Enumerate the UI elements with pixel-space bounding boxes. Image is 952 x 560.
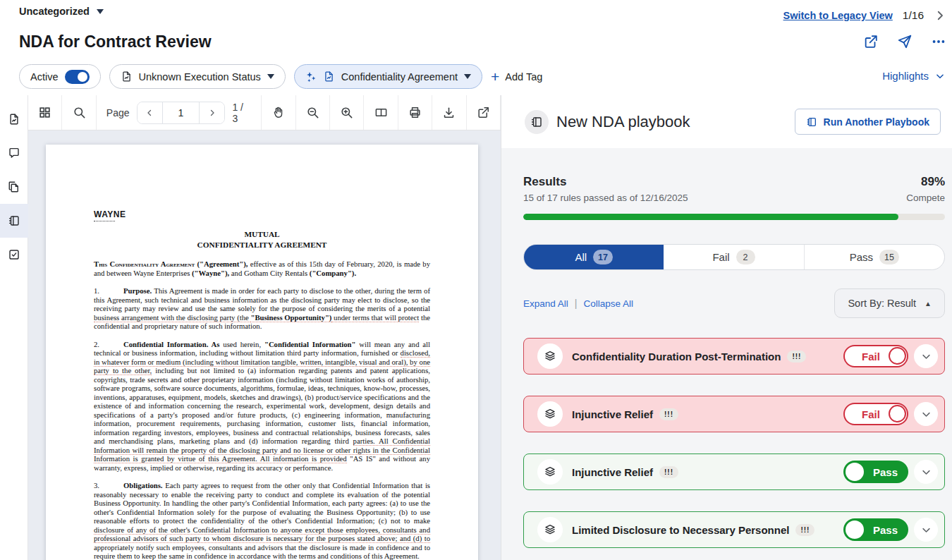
- next-document-button[interactable]: [934, 9, 946, 22]
- chevron-down-icon: [267, 74, 274, 79]
- more-options-icon[interactable]: [931, 34, 946, 49]
- category-dropdown[interactable]: Uncategorized: [19, 6, 104, 17]
- send-icon[interactable]: [897, 34, 913, 49]
- active-toggle-pill[interactable]: Active: [19, 64, 101, 89]
- toggle-knob: [846, 521, 864, 539]
- search-icon: [73, 106, 86, 119]
- rule-card: Confidentiality Duration Post-Terminatio…: [523, 338, 945, 375]
- chevron-down-icon: [921, 409, 932, 420]
- severity-badge: !!!: [659, 466, 678, 478]
- document-title: MUTUAL CONFIDENTIALITY AGREEMENT: [94, 229, 430, 251]
- rule-avatar: [537, 343, 563, 369]
- layers-icon: [544, 523, 556, 536]
- thumbnails-button[interactable]: [28, 95, 62, 130]
- run-another-playbook-button[interactable]: Run Another Playbook: [795, 109, 941, 135]
- left-sidebar: [0, 95, 28, 560]
- open-external-icon: [477, 106, 490, 119]
- progress-fill: [523, 214, 898, 220]
- page-title: NDA for Contract Review: [19, 32, 212, 51]
- document-content: WAYNE MUTUAL CONFIDENTIALITY AGREEMENT T…: [46, 145, 478, 560]
- document-paragraph: 1.Purpose. This Agreement is made in ord…: [94, 286, 430, 331]
- expand-rule-button[interactable]: [914, 518, 938, 542]
- toggle-knob: [889, 405, 906, 422]
- expand-rule-button[interactable]: [914, 402, 938, 426]
- expand-all-link[interactable]: Expand All: [523, 298, 568, 309]
- active-label: Active: [30, 71, 59, 83]
- page-label: Page: [106, 107, 130, 118]
- pan-tool-button[interactable]: [262, 95, 295, 130]
- tab-all[interactable]: All17: [524, 245, 664, 269]
- doc-type-dropdown[interactable]: Confidentiality Agreement: [294, 64, 482, 89]
- copy-icon: [8, 181, 20, 193]
- highlights-label: Highlights: [882, 70, 929, 82]
- two-page-view-button[interactable]: [364, 95, 398, 130]
- switch-legacy-link[interactable]: Switch to Legacy View: [783, 10, 893, 21]
- chevron-down-icon: [921, 351, 932, 362]
- severity-badge: !!!: [787, 351, 806, 363]
- printer-icon: [408, 106, 422, 119]
- severity-badge: !!!: [795, 524, 814, 536]
- list-controls: Expand All | Collapse All Sort By: Resul…: [523, 288, 945, 318]
- sidebar-item-tasks[interactable]: [0, 238, 28, 272]
- zoom-in-button[interactable]: [330, 95, 364, 130]
- title-actions: [863, 34, 946, 49]
- tab-pass[interactable]: Pass15: [805, 245, 944, 269]
- add-tag-button[interactable]: + Add Tag: [491, 69, 542, 84]
- open-in-new-button[interactable]: [467, 95, 501, 130]
- previous-page-button[interactable]: [138, 102, 162, 123]
- document-paragraph: 3.Obligations. Each party agrees to requ…: [94, 481, 430, 560]
- execution-status-dropdown[interactable]: Unknown Execution Status: [109, 64, 286, 89]
- sidebar-item-document[interactable]: [0, 102, 28, 136]
- page-total: 1 / 3: [232, 102, 251, 124]
- pdf-viewer: Page 1 1 / 3: [28, 95, 501, 560]
- rule-avatar: [537, 459, 563, 485]
- layers-icon: [544, 465, 556, 478]
- search-button[interactable]: [62, 95, 96, 130]
- download-button[interactable]: [432, 95, 466, 130]
- download-icon: [442, 106, 456, 119]
- two-page-icon: [374, 106, 388, 119]
- rule-status-toggle[interactable]: Fail: [843, 345, 908, 367]
- tab-count-badge: 17: [593, 250, 613, 264]
- sidebar-item-playbook[interactable]: [0, 204, 28, 238]
- pdf-toolbar: Page 1 1 / 3: [28, 95, 501, 130]
- execution-status-label: Unknown Execution Status: [139, 71, 261, 83]
- tab-fail[interactable]: Fail2: [664, 245, 804, 269]
- chevron-right-icon: [208, 109, 216, 117]
- collapse-all-link[interactable]: Collapse All: [583, 298, 633, 309]
- hand-icon: [271, 106, 285, 119]
- active-toggle[interactable]: [65, 70, 90, 84]
- checklist-icon: [8, 248, 20, 261]
- rule-status-toggle[interactable]: Pass: [843, 518, 908, 541]
- next-page-button[interactable]: [200, 102, 224, 123]
- doc-type-label: Confidentiality Agreement: [341, 71, 458, 83]
- playbook-panel: New NDA playbook Run Another Playbook Re…: [501, 95, 952, 560]
- sidebar-item-comments[interactable]: [0, 136, 28, 170]
- playbook-header: New NDA playbook Run Another Playbook: [501, 95, 952, 148]
- expand-rule-button[interactable]: [914, 344, 938, 368]
- chevron-down-icon: [464, 74, 471, 79]
- app-root: Uncategorized Switch to Legacy View 1/16…: [0, 0, 952, 560]
- pdf-page: WAYNE MUTUAL CONFIDENTIALITY AGREEMENT T…: [46, 145, 478, 560]
- open-external-icon[interactable]: [863, 34, 879, 49]
- document-type-icon: [323, 71, 335, 83]
- playbook-icon: [8, 214, 20, 227]
- sidebar-item-versions[interactable]: [0, 170, 28, 204]
- sort-by-button[interactable]: Sort By: Result ▲: [834, 288, 945, 318]
- document-pager: 1/16: [903, 9, 924, 22]
- highlights-dropdown[interactable]: Highlights: [882, 70, 945, 82]
- results-progress-bar: [523, 214, 945, 220]
- rule-avatar: [537, 401, 563, 427]
- results-complete-label: Compete: [906, 193, 945, 203]
- result-filter-tabs: All17Fail2Pass15: [523, 244, 945, 270]
- document-status-icon: [121, 71, 133, 83]
- print-button[interactable]: [398, 95, 432, 130]
- zoom-out-button[interactable]: [296, 95, 330, 130]
- expand-rule-button[interactable]: [914, 460, 938, 484]
- page-number-input[interactable]: 1: [162, 102, 200, 123]
- rule-name: Limited Disclosure to Necessary Personne…: [572, 524, 789, 536]
- playbook-avatar: [525, 110, 549, 134]
- rule-status-toggle[interactable]: Fail: [843, 403, 908, 425]
- results-area: Results 89% 15 of 17 rules passed as of …: [501, 148, 952, 548]
- rule-status-toggle[interactable]: Pass: [843, 461, 908, 483]
